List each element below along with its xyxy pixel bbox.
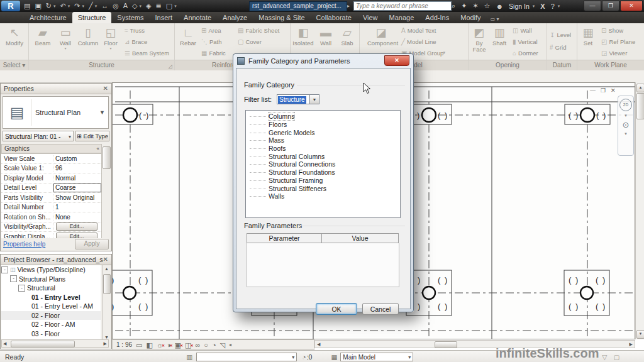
tab-add-ins[interactable]: Add-Ins [419, 12, 455, 23]
tab-annotate[interactable]: Annotate [178, 12, 217, 23]
parameters-table-body[interactable] [247, 243, 399, 287]
tree-item-view[interactable]: 01 - Entry Level [1, 293, 101, 302]
panel-label-opening[interactable]: Opening [469, 60, 547, 70]
properties-scroll-thumb[interactable] [103, 146, 111, 169]
scroll-up-icon[interactable]: ▲ [636, 84, 644, 92]
graphic-display-edit-button[interactable]: Edit... [56, 233, 97, 238]
view-3d-caret-icon[interactable]: ▾ [140, 0, 142, 12]
property-row[interactable]: Parts VisibilityShow Original [1, 193, 103, 203]
category-item[interactable]: Structural Foundations [246, 168, 400, 177]
browser-hscroll-thumb[interactable] [11, 341, 75, 348]
cover-button[interactable]: ▢Cover [238, 36, 262, 47]
model-text-button[interactable]: AModel Text [401, 25, 436, 35]
tab-massing-site[interactable]: Massing & Site [253, 12, 310, 23]
slab-foundation-button[interactable]: ▱Slab [336, 25, 358, 47]
worksets-icon[interactable]: ▥ [186, 353, 192, 361]
favorites-icon[interactable]: ☆ [484, 2, 491, 10]
show-work-plane-button[interactable]: ⊡Show [601, 25, 623, 35]
property-row[interactable]: Display ModelNormal [1, 173, 103, 184]
view-restore-icon[interactable]: ❐ [601, 87, 606, 94]
temporary-hide-isolate-icon[interactable]: ∞ [195, 341, 200, 349]
project-browser-header[interactable]: Project Browser - rst_advanced_sam... ✕ [1, 255, 111, 265]
text-icon[interactable]: A [123, 0, 128, 12]
tab-view[interactable]: View [357, 12, 384, 23]
user-icon[interactable]: ☻ [496, 3, 503, 10]
ribbon-state-toggle-icon[interactable]: ▭ ▾ [487, 15, 503, 23]
truss-button[interactable]: ≈Truss [125, 25, 145, 35]
browser-scroll-left-icon[interactable]: ◀ [3, 341, 6, 346]
brace-button[interactable]: ⊿Brace [125, 36, 147, 47]
beam-system-button[interactable]: ☰Beam System [125, 48, 169, 58]
sync-caret-icon[interactable]: ▾ [53, 0, 56, 12]
view-minimize-icon[interactable]: — [590, 87, 596, 94]
property-row[interactable]: Visibility/Graph...Edit... [1, 222, 103, 233]
tab-systems[interactable]: Systems [111, 12, 149, 23]
set-work-plane-button[interactable]: ▦Set [579, 25, 597, 47]
minimize-button[interactable]: — [584, 1, 601, 11]
switch-windows-icon[interactable]: ▢ [166, 0, 172, 12]
tree-item-structural[interactable]: - Structural [1, 283, 101, 293]
grid-button[interactable]: #Grid [550, 42, 567, 52]
browser-scroll-down-icon[interactable]: ▼ [103, 335, 111, 339]
type-selector[interactable]: ▤ Structural Plan ▼ [3, 96, 109, 129]
type-selector-caret-icon[interactable]: ▼ [99, 109, 108, 116]
floor-button[interactable]: ◱Floor▾ [99, 25, 122, 50]
browser-scroll-thumb[interactable] [103, 274, 111, 294]
tag-icon[interactable]: ◎ [113, 0, 119, 12]
application-menu-button[interactable]: R [1, 1, 20, 11]
sync-icon[interactable]: ↻ [46, 0, 52, 12]
tab-collaborate[interactable]: Collaborate [311, 12, 357, 23]
panel-label-select[interactable]: Select ▾ [0, 60, 28, 70]
filter-list-combo[interactable]: Structure ▼ [277, 94, 319, 104]
panel-label-work-plane[interactable]: Work Plane [577, 60, 644, 70]
undo-icon[interactable]: ↶ [60, 0, 66, 12]
panel-label-datum[interactable]: Datum [547, 60, 577, 70]
tree-item-view[interactable]: 01 - Entry Level - AM [1, 302, 101, 311]
tree-expander-icon[interactable]: - [1, 266, 8, 273]
search-input[interactable] [353, 1, 452, 11]
reveal-hidden-elements-icon[interactable]: ○ [204, 341, 208, 349]
path-reinforcement-button[interactable]: ⋱Path [201, 36, 222, 47]
browser-vertical-scrollbar[interactable]: ▲ ▼ [102, 265, 111, 341]
section-icon[interactable]: ◈ [146, 0, 151, 12]
view-close-icon[interactable]: ✕ [611, 87, 616, 94]
edit-type-button[interactable]: ⊞ Edit Type [75, 131, 109, 141]
redo-caret-icon[interactable]: ▾ [82, 0, 85, 12]
zoom-dropdown-icon[interactable]: ▾ [625, 131, 627, 136]
properties-scrollbar[interactable] [101, 144, 111, 238]
drawing-vertical-scrollbar[interactable]: ▲ ▼ [635, 82, 644, 339]
instance-selector[interactable]: Structural Plan: 01 -▾ [3, 131, 74, 141]
browser-scroll-right-icon[interactable]: ▶ [104, 341, 107, 346]
detail-level-icon[interactable]: ▭ [136, 341, 142, 349]
floor-dropdown-icon[interactable]: ▾ [99, 47, 122, 50]
zoom-icon[interactable]: ⊙ [623, 120, 630, 129]
collapse-section-icon[interactable]: « [97, 145, 99, 153]
cancel-button[interactable]: Cancel [362, 303, 399, 315]
tab-architecture[interactable]: Architecture [24, 12, 72, 23]
tree-expander-icon[interactable]: - [10, 275, 17, 282]
tree-item-views[interactable]: - ◫ Views (Type/Discipline) [1, 265, 101, 275]
tab-manage[interactable]: Manage [384, 12, 420, 23]
filter-dropdown-icon[interactable]: ▼ [309, 94, 319, 104]
properties-help-link[interactable]: Properties help [3, 241, 45, 248]
property-row[interactable]: Detail LevelCoarse [1, 184, 103, 194]
category-item[interactable]: Structural Stiffeners [246, 184, 400, 192]
redo-icon[interactable]: ↷ [74, 0, 80, 12]
vertical-opening-button[interactable]: ▮Vertical [513, 36, 538, 47]
column-button[interactable]: ▯Column [77, 25, 99, 47]
visibility-edit-button[interactable]: Edit... [56, 222, 97, 231]
beam-button[interactable]: ▰Beam [31, 25, 54, 47]
category-list[interactable]: Columns Floors Generic Models Mass Roofs… [245, 110, 401, 218]
show-crop-region-icon[interactable]: ◫ [185, 341, 191, 349]
hscroll-left-icon[interactable]: ◀ [317, 342, 320, 347]
design-options-icon[interactable]: ▦ [331, 353, 337, 361]
dialog-close-button[interactable]: ✕ [384, 55, 409, 66]
thin-lines-icon[interactable]: ≣ [156, 0, 162, 12]
tree-item-structural-plans[interactable]: - Structural Plans [1, 275, 101, 284]
steering-wheel-icon[interactable]: 2D [619, 99, 632, 111]
aligned-dimension-icon[interactable]: ↔ [101, 0, 108, 12]
category-item[interactable]: Columns [246, 112, 400, 121]
view-scale-button[interactable]: 1 : 96 [116, 341, 132, 348]
fabric-sheet-button[interactable]: ▤Fabric Sheet [238, 25, 279, 35]
measure-icon[interactable]: ╱ [89, 0, 93, 12]
